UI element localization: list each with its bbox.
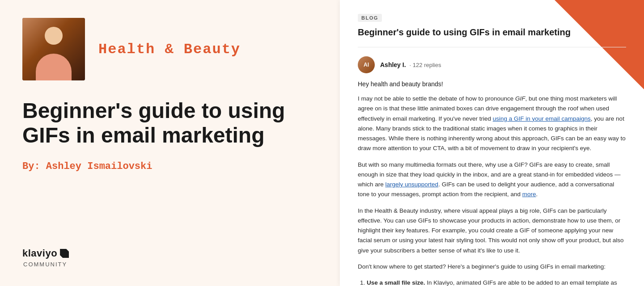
blog-badge: BLOG (358, 14, 382, 22)
left-panel: Health & Beauty Beginner's guide to usin… (0, 0, 340, 286)
klaviyo-icon (60, 249, 69, 258)
author-avatar (22, 18, 85, 80)
body-paragraph-1: I may not be able to settle the debate o… (358, 94, 626, 154)
link-largely-unsupported[interactable]: largely unsupported (386, 181, 439, 188)
list-item-1-label: Use a small file size. (367, 279, 425, 286)
author-byline: By: Ashley Ismailovski (22, 161, 318, 172)
author-name: Ashley I. (380, 61, 406, 68)
avatar-image (22, 18, 85, 80)
divider (358, 47, 626, 47)
klaviyo-branding: klaviyo COMMUNITY (22, 221, 318, 268)
klaviyo-logo: klaviyo (22, 248, 318, 259)
list-item-1: Use a small file size. In Klaviyo, anima… (367, 278, 626, 286)
body-paragraph-2: But with so many multimedia formats out … (358, 160, 626, 200)
tips-list: Use a small file size. In Klaviyo, anima… (358, 278, 626, 286)
body-paragraph-4: Don't know where to get started? Here's … (358, 262, 626, 272)
link-gif-campaigns[interactable]: using a GIF in your email campaigns (493, 115, 591, 122)
right-content[interactable]: BLOG Beginner's guide to using GIFs in e… (340, 0, 644, 286)
article-title-left: Beginner's guide to using GIFs in email … (22, 98, 313, 147)
author-section: Health & Beauty (22, 18, 318, 80)
right-panel: BLOG Beginner's guide to using GIFs in e… (340, 0, 644, 286)
klaviyo-wordmark: klaviyo (22, 248, 57, 259)
category-title: Health & Beauty (98, 41, 241, 58)
right-article-title: Beginner's guide to using GIFs in email … (358, 26, 590, 38)
replies-count: · 122 replies (410, 62, 441, 68)
author-mini-avatar: AI (358, 56, 375, 73)
body-paragraph-3: In the Health & Beauty industry, where v… (358, 206, 626, 256)
greeting-text: Hey health and beauty brands! (358, 80, 626, 88)
link-more[interactable]: more (522, 191, 536, 198)
community-label: COMMUNITY (23, 261, 67, 268)
author-meta: Ashley I. · 122 replies (380, 61, 441, 68)
author-row: AI Ashley I. · 122 replies (358, 56, 626, 73)
